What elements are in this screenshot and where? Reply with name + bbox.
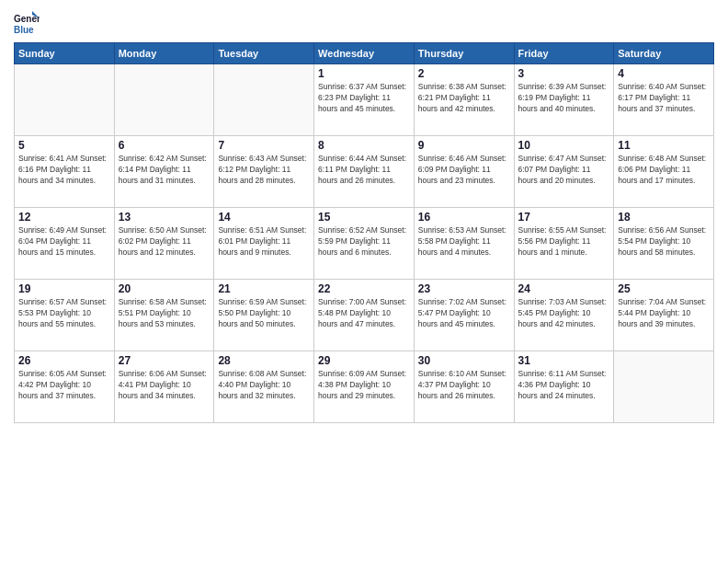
calendar-cell: 3Sunrise: 6:39 AM Sunset: 6:19 PM Daylig… xyxy=(514,64,614,136)
calendar-cell: 30Sunrise: 6:10 AM Sunset: 4:37 PM Dayli… xyxy=(414,351,514,423)
day-number: 3 xyxy=(518,67,610,80)
day-number: 12 xyxy=(18,211,110,224)
day-number: 18 xyxy=(618,211,710,224)
day-info: Sunrise: 6:46 AM Sunset: 6:09 PM Dayligh… xyxy=(418,154,510,187)
day-number: 22 xyxy=(318,282,410,295)
day-number: 8 xyxy=(318,139,410,152)
calendar-cell: 23Sunrise: 7:02 AM Sunset: 5:47 PM Dayli… xyxy=(414,280,514,351)
calendar-cell xyxy=(114,64,214,136)
calendar-cell: 25Sunrise: 7:04 AM Sunset: 5:44 PM Dayli… xyxy=(614,280,714,351)
calendar-cell xyxy=(15,64,115,136)
day-info: Sunrise: 6:56 AM Sunset: 5:54 PM Dayligh… xyxy=(618,225,710,259)
calendar-cell xyxy=(614,351,714,423)
day-info: Sunrise: 6:11 AM Sunset: 4:36 PM Dayligh… xyxy=(518,369,610,402)
calendar-cell: 21Sunrise: 6:59 AM Sunset: 5:50 PM Dayli… xyxy=(214,280,314,351)
calendar-cell: 7Sunrise: 6:43 AM Sunset: 6:12 PM Daylig… xyxy=(214,136,314,208)
day-info: Sunrise: 6:05 AM Sunset: 4:42 PM Dayligh… xyxy=(18,369,110,402)
day-number: 27 xyxy=(119,354,210,367)
day-info: Sunrise: 6:59 AM Sunset: 5:50 PM Dayligh… xyxy=(218,297,310,330)
day-number: 10 xyxy=(518,139,610,152)
day-number: 21 xyxy=(218,282,310,295)
calendar-cell: 5Sunrise: 6:41 AM Sunset: 6:16 PM Daylig… xyxy=(15,136,115,208)
calendar-cell xyxy=(214,64,314,136)
calendar-cell: 9Sunrise: 6:46 AM Sunset: 6:09 PM Daylig… xyxy=(414,136,514,208)
day-info: Sunrise: 6:48 AM Sunset: 6:06 PM Dayligh… xyxy=(618,154,710,187)
day-number: 1 xyxy=(318,67,410,80)
day-number: 2 xyxy=(418,67,510,80)
day-number: 28 xyxy=(218,354,310,367)
calendar-cell: 10Sunrise: 6:47 AM Sunset: 6:07 PM Dayli… xyxy=(514,136,614,208)
header-row: SundayMondayTuesdayWednesdayThursdayFrid… xyxy=(15,43,714,64)
calendar-cell: 2Sunrise: 6:38 AM Sunset: 6:21 PM Daylig… xyxy=(414,64,514,136)
day-info: Sunrise: 6:51 AM Sunset: 6:01 PM Dayligh… xyxy=(218,225,310,259)
day-info: Sunrise: 6:52 AM Sunset: 5:59 PM Dayligh… xyxy=(318,225,410,259)
day-number: 4 xyxy=(618,67,710,80)
calendar-cell: 28Sunrise: 6:08 AM Sunset: 4:40 PM Dayli… xyxy=(214,351,314,423)
day-info: Sunrise: 6:38 AM Sunset: 6:21 PM Dayligh… xyxy=(418,82,510,115)
day-info: Sunrise: 6:53 AM Sunset: 5:58 PM Dayligh… xyxy=(418,225,510,259)
day-number: 13 xyxy=(119,211,210,224)
calendar-cell: 27Sunrise: 6:06 AM Sunset: 4:41 PM Dayli… xyxy=(114,351,214,423)
day-number: 17 xyxy=(518,211,610,224)
day-info: Sunrise: 6:57 AM Sunset: 5:53 PM Dayligh… xyxy=(18,297,110,330)
day-info: Sunrise: 7:04 AM Sunset: 5:44 PM Dayligh… xyxy=(618,297,710,330)
day-number: 23 xyxy=(418,282,510,295)
day-number: 9 xyxy=(418,139,510,152)
calendar-cell: 12Sunrise: 6:49 AM Sunset: 6:04 PM Dayli… xyxy=(15,208,115,280)
weekday-header: Sunday xyxy=(15,43,115,64)
calendar-cell: 31Sunrise: 6:11 AM Sunset: 4:36 PM Dayli… xyxy=(514,351,614,423)
calendar-cell: 22Sunrise: 7:00 AM Sunset: 5:48 PM Dayli… xyxy=(314,280,415,351)
calendar-cell: 17Sunrise: 6:55 AM Sunset: 5:56 PM Dayli… xyxy=(514,208,614,280)
calendar-cell: 4Sunrise: 6:40 AM Sunset: 6:17 PM Daylig… xyxy=(614,64,714,136)
day-info: Sunrise: 6:41 AM Sunset: 6:16 PM Dayligh… xyxy=(18,154,110,187)
day-number: 14 xyxy=(218,211,310,224)
day-info: Sunrise: 6:39 AM Sunset: 6:19 PM Dayligh… xyxy=(518,82,610,115)
day-info: Sunrise: 7:03 AM Sunset: 5:45 PM Dayligh… xyxy=(518,297,610,330)
day-info: Sunrise: 6:43 AM Sunset: 6:12 PM Dayligh… xyxy=(218,154,310,187)
day-number: 19 xyxy=(18,282,110,295)
logo-icon: General Blue xyxy=(14,9,40,35)
day-number: 7 xyxy=(218,139,310,152)
day-info: Sunrise: 6:06 AM Sunset: 4:41 PM Dayligh… xyxy=(119,369,210,402)
calendar-cell: 19Sunrise: 6:57 AM Sunset: 5:53 PM Dayli… xyxy=(15,280,115,351)
svg-text:Blue: Blue xyxy=(14,25,34,35)
calendar-cell: 6Sunrise: 6:42 AM Sunset: 6:14 PM Daylig… xyxy=(114,136,214,208)
calendar-cell: 13Sunrise: 6:50 AM Sunset: 6:02 PM Dayli… xyxy=(114,208,214,280)
day-info: Sunrise: 7:02 AM Sunset: 5:47 PM Dayligh… xyxy=(418,297,510,330)
day-number: 15 xyxy=(318,211,410,224)
day-info: Sunrise: 6:42 AM Sunset: 6:14 PM Dayligh… xyxy=(119,154,210,187)
day-info: Sunrise: 6:58 AM Sunset: 5:51 PM Dayligh… xyxy=(119,297,210,330)
calendar-week-row: 26Sunrise: 6:05 AM Sunset: 4:42 PM Dayli… xyxy=(15,351,714,423)
day-info: Sunrise: 6:50 AM Sunset: 6:02 PM Dayligh… xyxy=(119,225,210,259)
day-number: 31 xyxy=(518,354,610,367)
day-info: Sunrise: 6:47 AM Sunset: 6:07 PM Dayligh… xyxy=(518,154,610,187)
calendar-cell: 24Sunrise: 7:03 AM Sunset: 5:45 PM Dayli… xyxy=(514,280,614,351)
calendar-cell: 20Sunrise: 6:58 AM Sunset: 5:51 PM Dayli… xyxy=(114,280,214,351)
day-info: Sunrise: 6:40 AM Sunset: 6:17 PM Dayligh… xyxy=(618,82,710,115)
day-number: 25 xyxy=(618,282,710,295)
calendar-cell: 18Sunrise: 6:56 AM Sunset: 5:54 PM Dayli… xyxy=(614,208,714,280)
calendar-cell: 11Sunrise: 6:48 AM Sunset: 6:06 PM Dayli… xyxy=(614,136,714,208)
calendar-week-row: 5Sunrise: 6:41 AM Sunset: 6:16 PM Daylig… xyxy=(15,136,714,208)
calendar-cell: 26Sunrise: 6:05 AM Sunset: 4:42 PM Dayli… xyxy=(15,351,115,423)
calendar-cell: 16Sunrise: 6:53 AM Sunset: 5:58 PM Dayli… xyxy=(414,208,514,280)
day-info: Sunrise: 7:00 AM Sunset: 5:48 PM Dayligh… xyxy=(318,297,410,330)
day-info: Sunrise: 6:08 AM Sunset: 4:40 PM Dayligh… xyxy=(218,369,310,402)
calendar-cell: 8Sunrise: 6:44 AM Sunset: 6:11 PM Daylig… xyxy=(314,136,415,208)
calendar-cell: 15Sunrise: 6:52 AM Sunset: 5:59 PM Dayli… xyxy=(314,208,415,280)
day-number: 20 xyxy=(119,282,210,295)
day-info: Sunrise: 6:55 AM Sunset: 5:56 PM Dayligh… xyxy=(518,225,610,259)
day-number: 11 xyxy=(618,139,710,152)
day-number: 16 xyxy=(418,211,510,224)
page: General Blue SundayMondayTuesdayWednesda… xyxy=(0,0,728,563)
day-number: 26 xyxy=(18,354,110,367)
weekday-header: Tuesday xyxy=(214,43,314,64)
calendar-week-row: 19Sunrise: 6:57 AM Sunset: 5:53 PM Dayli… xyxy=(15,280,714,351)
weekday-header: Saturday xyxy=(614,43,714,64)
header: General Blue xyxy=(14,9,714,35)
calendar-table: SundayMondayTuesdayWednesdayThursdayFrid… xyxy=(14,42,714,423)
day-info: Sunrise: 6:37 AM Sunset: 6:23 PM Dayligh… xyxy=(318,82,410,115)
calendar-cell: 14Sunrise: 6:51 AM Sunset: 6:01 PM Dayli… xyxy=(214,208,314,280)
day-number: 24 xyxy=(518,282,610,295)
calendar-week-row: 1Sunrise: 6:37 AM Sunset: 6:23 PM Daylig… xyxy=(15,64,714,136)
